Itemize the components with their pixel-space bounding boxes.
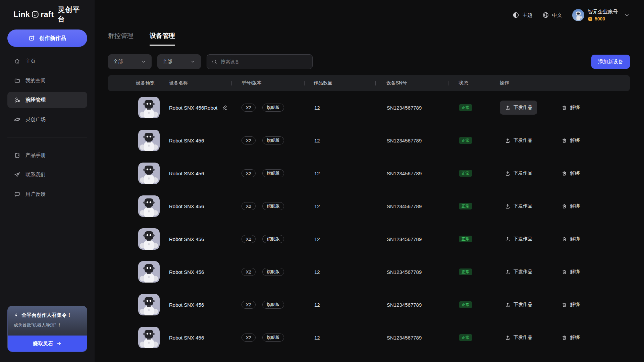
avatar — [572, 9, 584, 21]
model-badge: X2 — [241, 136, 256, 144]
status-filter-value: 全部 — [163, 59, 172, 65]
search-device-box — [207, 54, 313, 69]
upload-icon — [505, 302, 511, 308]
push-works-button[interactable]: 下发作品 — [500, 166, 537, 180]
device-sn: SN1234567789 — [387, 302, 422, 308]
push-works-button[interactable]: 下发作品 — [500, 330, 537, 345]
main-content: 主题 中文 — [95, 0, 644, 362]
device-sn: SN1234567789 — [387, 171, 422, 176]
table-row: Robot SNX 456 X2 旗舰版 12 SN1234567789 正常 — [108, 321, 630, 354]
feedback-chat-icon — [14, 191, 20, 197]
unbind-button[interactable]: 解绑 — [561, 330, 580, 345]
sidebar-item-product-manual[interactable]: 产品手册 — [7, 147, 87, 163]
push-works-button[interactable]: 下发作品 — [500, 101, 537, 115]
push-works-button[interactable]: 下发作品 — [500, 232, 537, 246]
edit-name-icon[interactable] — [222, 105, 228, 111]
table-body: Robot SNX 456Robot X2 旗舰版 12 SN123456778… — [108, 91, 630, 354]
planet-icon — [14, 116, 20, 123]
sidebar-item-user-feedback[interactable]: 用户反馈 — [7, 186, 87, 202]
device-thumbnail — [138, 228, 160, 250]
status-badge: 正常 — [459, 301, 472, 308]
device-thumbnail — [138, 97, 160, 118]
version-badge: 旗舰版 — [262, 169, 284, 177]
create-new-work-button[interactable]: 创作新作品 — [7, 29, 87, 47]
unbind-button[interactable]: 解绑 — [561, 232, 580, 246]
device-sn: SN1234567789 — [387, 203, 422, 209]
status-badge: 正常 — [459, 104, 472, 111]
version-badge: 旗舰版 — [262, 104, 284, 112]
push-works-button[interactable]: 下发作品 — [500, 199, 537, 213]
table-row: Robot SNX 456 X2 旗舰版 12 SN1234567789 正常 — [108, 255, 630, 288]
tab-device-management[interactable]: 设备管理 — [150, 32, 175, 46]
device-thumbnail — [138, 261, 160, 283]
device-name: Robot SNX 456 — [169, 236, 204, 242]
device-thumbnail — [138, 195, 160, 217]
lightning-icon — [14, 313, 19, 318]
search-device-input[interactable] — [221, 59, 308, 64]
status-filter-dropdown[interactable]: 全部 — [157, 54, 201, 69]
trash-icon — [561, 269, 567, 275]
trash-icon — [561, 105, 567, 111]
chevron-down-icon — [624, 12, 630, 18]
trash-icon — [561, 335, 567, 341]
version-badge: 旗舰版 — [262, 235, 284, 243]
version-badge: 旗舰版 — [262, 301, 284, 309]
tab-bar: 群控管理 设备管理 — [108, 32, 630, 46]
upload-icon — [505, 203, 511, 209]
app-window: Link raft 灵创平台 创作新作品 — [0, 0, 644, 362]
sidebar-item-home[interactable]: 主页 — [7, 53, 87, 69]
device-name: Robot SNX 456 — [169, 171, 204, 176]
table-row: Robot SNX 456 X2 旗舰版 12 SN1234567789 正常 — [108, 157, 630, 190]
device-name: Robot SNX 456 — [169, 302, 204, 308]
version-badge: 旗舰版 — [262, 334, 284, 342]
push-button-label: 下发作品 — [514, 269, 532, 275]
status-badge: 正常 — [459, 170, 472, 177]
table-row: Robot SNX 456 X2 旗舰版 12 SN1234567789 正常 — [108, 190, 630, 223]
status-badge: 正常 — [459, 137, 472, 144]
push-button-label: 下发作品 — [514, 302, 532, 308]
sidebar-item-performance-management[interactable]: 演绎管理 — [7, 92, 87, 108]
model-badge: X2 — [241, 334, 256, 342]
version-badge: 旗舰版 — [262, 268, 284, 276]
video-plus-icon — [29, 35, 35, 42]
version-badge: 旗舰版 — [262, 136, 284, 144]
add-device-button[interactable]: 添加新设备 — [591, 55, 630, 69]
push-works-button[interactable]: 下发作品 — [500, 265, 537, 279]
brand-name-part1: Link — [13, 10, 30, 19]
chevron-down-icon — [141, 59, 146, 64]
upload-icon — [505, 105, 511, 111]
unbind-button[interactable]: 解绑 — [561, 101, 580, 115]
earn-gems-button[interactable]: 赚取灵石 — [8, 336, 87, 352]
push-works-button[interactable]: 下发作品 — [500, 298, 537, 312]
device-name: Robot SNX 456Robot — [169, 105, 217, 111]
column-header-status: 状态 — [448, 75, 489, 91]
unbind-button[interactable]: 解绑 — [561, 199, 580, 213]
model-badge: X2 — [241, 268, 256, 276]
tab-group-control[interactable]: 群控管理 — [108, 32, 133, 46]
paper-plane-icon — [14, 172, 20, 178]
type-filter-dropdown[interactable]: 全部 — [108, 54, 152, 69]
device-sn: SN1234567789 — [387, 269, 422, 275]
sidebar-item-contact-us[interactable]: 联系我们 — [7, 167, 87, 183]
brand-platform: 灵创平台 — [58, 5, 87, 24]
theme-toggle[interactable]: 主题 — [513, 12, 532, 18]
table-row: Robot SNX 456Robot X2 旗舰版 12 SN123456778… — [108, 91, 630, 124]
unbind-button[interactable]: 解绑 — [561, 166, 580, 180]
sidebar-item-plaza[interactable]: 灵创广场 — [7, 111, 87, 127]
trash-icon — [561, 302, 567, 308]
unbind-button[interactable]: 解绑 — [561, 133, 580, 147]
sidebar-item-my-space[interactable]: 我的空间 — [7, 72, 87, 88]
push-works-button[interactable]: 下发作品 — [500, 133, 537, 147]
search-icon — [212, 59, 217, 65]
unbind-button[interactable]: 解绑 — [561, 265, 580, 279]
language-switcher[interactable]: 中文 — [542, 12, 562, 18]
logo-face-icon — [32, 11, 39, 18]
unbind-button-label: 解绑 — [570, 335, 580, 341]
push-button-label: 下发作品 — [514, 170, 532, 176]
push-button-label: 下发作品 — [514, 203, 532, 209]
account-menu[interactable]: 智元企业账号 5000 — [572, 9, 630, 21]
works-count: 12 — [314, 269, 320, 275]
sidebar-item-label: 产品手册 — [25, 152, 46, 159]
unbind-button[interactable]: 解绑 — [561, 298, 580, 312]
unbind-button-label: 解绑 — [570, 236, 580, 242]
